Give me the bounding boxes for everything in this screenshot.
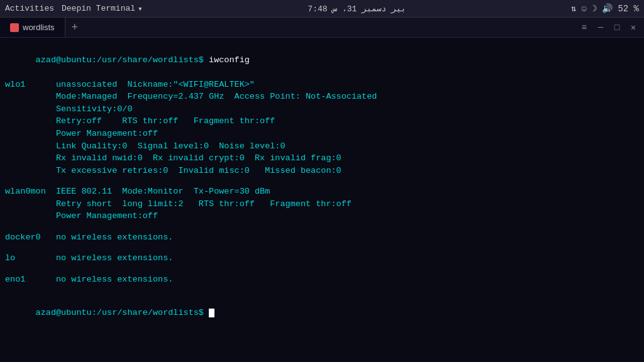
minimize-button[interactable]: ─ [594, 21, 608, 35]
tab-add-button[interactable]: + [65, 18, 85, 37]
user-icon: ☺ [582, 4, 587, 14]
output-line-3: Retry:off RTS thr:off Fragment thr:off [5, 115, 639, 128]
audio-icon: 🔊 [602, 3, 613, 14]
close-button[interactable]: ✕ [626, 21, 640, 35]
prompt-line-2: azad@ubuntu:/usr/share/wordlists$ [5, 295, 639, 332]
output-line-6: Rx invalid nwid:0 Rx invalid crypt:0 Rx … [5, 152, 639, 165]
blank-line-2 [5, 222, 639, 231]
command-line-1: azad@ubuntu:/usr/share/wordlists$ iwconf… [5, 41, 639, 79]
tab-bar-left: wordlists + [0, 18, 84, 37]
output-line-11: Power Management:off [5, 210, 639, 222]
night-mode-icon: ☽ [592, 3, 597, 14]
terminal-title-bar: Deepin Terminal ▾ [62, 4, 143, 14]
datetime-display: بیر دسمبر 31، س 7:48 [308, 4, 406, 14]
tab-bar: wordlists + ≡ ─ □ ✕ [0, 18, 644, 38]
blank-line-5 [5, 286, 639, 295]
hamburger-menu-button[interactable]: ≡ [577, 21, 591, 35]
blank-line-3 [5, 243, 639, 252]
output-line-1: Mode:Managed Frequency=2.437 GHz Access … [5, 90, 639, 103]
blank-line-1 [5, 177, 639, 185]
output-line-2: Sensitivity:0/0 [5, 103, 639, 116]
maximize-button[interactable]: □ [610, 21, 624, 35]
output-line-9: wlan0mon IEEE 802.11 Mode:Monitor Tx-Pow… [5, 185, 639, 198]
tab-icon [10, 23, 19, 32]
network-icon: ⇅ [571, 3, 576, 14]
output-line-15: lo no wireless extensions. [5, 252, 639, 265]
system-bar-left: Activities Deepin Terminal ▾ [5, 4, 143, 14]
command-1: iwconfig [204, 55, 250, 65]
prompt-1: azad@ubuntu:/usr/share/wordlists$ [36, 55, 204, 65]
terminal-content[interactable]: azad@ubuntu:/usr/share/wordlists$ iwconf… [0, 38, 644, 362]
battery-icon: 52 % [618, 4, 639, 14]
cursor [209, 309, 214, 317]
blank-line-4 [5, 265, 639, 273]
prompt-2: azad@ubuntu:/usr/share/wordlists$ [36, 308, 204, 317]
output-line-13: docker0 no wireless extensions. [5, 231, 639, 244]
tab-wordlists[interactable]: wordlists [0, 18, 65, 37]
system-tray: ⇅ ☺ ☽ 🔊 52 % [571, 3, 639, 14]
output-line-5: Link Quality:0 Signal level:0 Noise leve… [5, 140, 639, 153]
output-line-0: wlo1 unassociated Nickname:"<WIFI@REALTE… [5, 79, 639, 91]
activities-button[interactable]: Activities [5, 4, 54, 13]
terminal-app-name: Deepin Terminal [62, 4, 135, 13]
dropdown-icon[interactable]: ▾ [138, 4, 143, 14]
window-controls: ≡ ─ □ ✕ [577, 21, 644, 35]
output-line-17: eno1 no wireless extensions. [5, 273, 639, 286]
terminal-window: wordlists + ≡ ─ □ ✕ azad@ubuntu:/usr/sha… [0, 18, 644, 362]
output-line-10: Retry short long limit:2 RTS thr:off Fra… [5, 198, 639, 211]
tab-label: wordlists [23, 23, 55, 32]
system-bar: Activities Deepin Terminal ▾ بیر دسمبر 3… [0, 0, 644, 18]
output-line-4: Power Management:off [5, 128, 639, 140]
output-line-7: Tx excessive retries:0 Invalid misc:0 Mi… [5, 165, 639, 177]
